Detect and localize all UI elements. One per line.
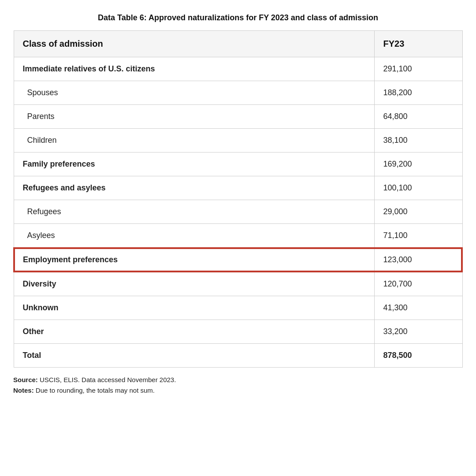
row-value: 71,100 [374,224,462,248]
table-row: Immediate relatives of U.S. citizens291,… [14,57,462,81]
table-row: Diversity120,700 [14,272,462,296]
row-value: 120,700 [374,272,462,296]
page-container: Data Table 6: Approved naturalizations f… [13,13,463,396]
source-text: USCIS, ELIS. Data accessed November 2023… [40,376,176,383]
table-row: Refugees and asylees100,100 [14,176,462,200]
row-label: Refugees and asylees [14,176,374,200]
row-label: Children [14,129,374,152]
table-row: Other33,200 [14,320,462,344]
row-value: 64,800 [374,105,462,129]
table-row: Children38,100 [14,129,462,152]
table-row: Refugees29,000 [14,200,462,224]
notes-line: Notes: Due to rounding, the totals may n… [13,385,463,396]
row-value: 291,100 [374,57,462,81]
row-value: 38,100 [374,129,462,152]
row-value: 188,200 [374,81,462,105]
row-label: Parents [14,105,374,129]
col2-header: FY23 [374,31,462,57]
row-value: 33,200 [374,320,462,344]
row-value: 41,300 [374,296,462,320]
table-title: Data Table 6: Approved naturalizations f… [13,13,463,22]
row-label: Total [14,344,374,368]
table-row: Unknown41,300 [14,296,462,320]
row-label: Unknown [14,296,374,320]
row-label: Refugees [14,200,374,224]
table-row: Total878,500 [14,344,462,368]
table-row: Spouses188,200 [14,81,462,105]
source-label: Source: [13,376,38,383]
row-label: Family preferences [14,152,374,176]
table-row: Asylees71,100 [14,224,462,248]
row-value: 169,200 [374,152,462,176]
row-value: 29,000 [374,200,462,224]
row-label: Diversity [14,272,374,296]
row-value: 100,100 [374,176,462,200]
row-label: Asylees [14,224,374,248]
table-header-row: Class of admission FY23 [14,31,462,57]
row-label: Other [14,320,374,344]
notes-label: Notes: [13,387,34,394]
row-label: Immediate relatives of U.S. citizens [14,57,374,81]
footer: Source: USCIS, ELIS. Data accessed Novem… [13,375,463,396]
row-label: Employment preferences [14,248,374,272]
table-row: Family preferences169,200 [14,152,462,176]
source-line: Source: USCIS, ELIS. Data accessed Novem… [13,375,463,385]
row-value: 878,500 [374,344,462,368]
row-label: Spouses [14,81,374,105]
col1-header: Class of admission [14,31,374,57]
table-row: Employment preferences123,000 [14,248,462,272]
notes-text: Due to rounding, the totals may not sum. [36,387,155,394]
row-value: 123,000 [374,248,462,272]
data-table: Class of admission FY23 Immediate relati… [13,30,463,368]
table-row: Parents64,800 [14,105,462,129]
